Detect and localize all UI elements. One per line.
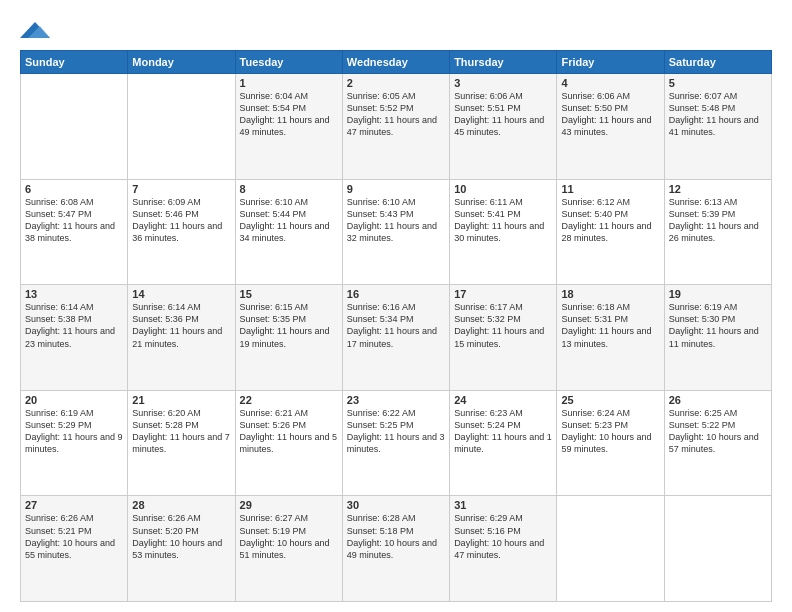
day-number: 2 [347, 77, 445, 89]
calendar-cell: 17Sunrise: 6:17 AM Sunset: 5:32 PM Dayli… [450, 285, 557, 391]
calendar-cell: 23Sunrise: 6:22 AM Sunset: 5:25 PM Dayli… [342, 390, 449, 496]
day-info: Sunrise: 6:19 AM Sunset: 5:30 PM Dayligh… [669, 301, 767, 350]
day-number: 18 [561, 288, 659, 300]
calendar-cell: 20Sunrise: 6:19 AM Sunset: 5:29 PM Dayli… [21, 390, 128, 496]
day-number: 20 [25, 394, 123, 406]
day-info: Sunrise: 6:08 AM Sunset: 5:47 PM Dayligh… [25, 196, 123, 245]
calendar-table: SundayMondayTuesdayWednesdayThursdayFrid… [20, 50, 772, 602]
day-number: 17 [454, 288, 552, 300]
day-info: Sunrise: 6:15 AM Sunset: 5:35 PM Dayligh… [240, 301, 338, 350]
calendar-cell [664, 496, 771, 602]
day-info: Sunrise: 6:06 AM Sunset: 5:50 PM Dayligh… [561, 90, 659, 139]
day-info: Sunrise: 6:11 AM Sunset: 5:41 PM Dayligh… [454, 196, 552, 245]
day-info: Sunrise: 6:23 AM Sunset: 5:24 PM Dayligh… [454, 407, 552, 456]
calendar-cell [21, 74, 128, 180]
calendar-cell: 4Sunrise: 6:06 AM Sunset: 5:50 PM Daylig… [557, 74, 664, 180]
day-number: 1 [240, 77, 338, 89]
logo [20, 18, 54, 42]
calendar-cell: 31Sunrise: 6:29 AM Sunset: 5:16 PM Dayli… [450, 496, 557, 602]
day-info: Sunrise: 6:14 AM Sunset: 5:38 PM Dayligh… [25, 301, 123, 350]
header [20, 18, 772, 42]
day-number: 10 [454, 183, 552, 195]
day-info: Sunrise: 6:19 AM Sunset: 5:29 PM Dayligh… [25, 407, 123, 456]
logo-icon [20, 18, 50, 42]
calendar-cell: 10Sunrise: 6:11 AM Sunset: 5:41 PM Dayli… [450, 179, 557, 285]
day-info: Sunrise: 6:10 AM Sunset: 5:44 PM Dayligh… [240, 196, 338, 245]
calendar-cell: 7Sunrise: 6:09 AM Sunset: 5:46 PM Daylig… [128, 179, 235, 285]
day-info: Sunrise: 6:25 AM Sunset: 5:22 PM Dayligh… [669, 407, 767, 456]
weekday-header-friday: Friday [557, 51, 664, 74]
day-number: 3 [454, 77, 552, 89]
day-info: Sunrise: 6:12 AM Sunset: 5:40 PM Dayligh… [561, 196, 659, 245]
calendar-cell: 30Sunrise: 6:28 AM Sunset: 5:18 PM Dayli… [342, 496, 449, 602]
day-number: 7 [132, 183, 230, 195]
calendar-cell: 18Sunrise: 6:18 AM Sunset: 5:31 PM Dayli… [557, 285, 664, 391]
calendar-cell: 6Sunrise: 6:08 AM Sunset: 5:47 PM Daylig… [21, 179, 128, 285]
day-number: 25 [561, 394, 659, 406]
page: SundayMondayTuesdayWednesdayThursdayFrid… [0, 0, 792, 612]
calendar-cell: 26Sunrise: 6:25 AM Sunset: 5:22 PM Dayli… [664, 390, 771, 496]
calendar-cell: 5Sunrise: 6:07 AM Sunset: 5:48 PM Daylig… [664, 74, 771, 180]
day-number: 15 [240, 288, 338, 300]
day-number: 23 [347, 394, 445, 406]
day-info: Sunrise: 6:04 AM Sunset: 5:54 PM Dayligh… [240, 90, 338, 139]
calendar-cell: 27Sunrise: 6:26 AM Sunset: 5:21 PM Dayli… [21, 496, 128, 602]
weekday-header-tuesday: Tuesday [235, 51, 342, 74]
weekday-header-monday: Monday [128, 51, 235, 74]
day-number: 14 [132, 288, 230, 300]
day-info: Sunrise: 6:21 AM Sunset: 5:26 PM Dayligh… [240, 407, 338, 456]
calendar-cell: 13Sunrise: 6:14 AM Sunset: 5:38 PM Dayli… [21, 285, 128, 391]
day-number: 11 [561, 183, 659, 195]
day-number: 24 [454, 394, 552, 406]
calendar-cell: 12Sunrise: 6:13 AM Sunset: 5:39 PM Dayli… [664, 179, 771, 285]
day-info: Sunrise: 6:05 AM Sunset: 5:52 PM Dayligh… [347, 90, 445, 139]
calendar-cell: 3Sunrise: 6:06 AM Sunset: 5:51 PM Daylig… [450, 74, 557, 180]
day-number: 4 [561, 77, 659, 89]
day-info: Sunrise: 6:18 AM Sunset: 5:31 PM Dayligh… [561, 301, 659, 350]
day-number: 12 [669, 183, 767, 195]
day-info: Sunrise: 6:10 AM Sunset: 5:43 PM Dayligh… [347, 196, 445, 245]
day-number: 27 [25, 499, 123, 511]
day-info: Sunrise: 6:20 AM Sunset: 5:28 PM Dayligh… [132, 407, 230, 456]
calendar-cell: 25Sunrise: 6:24 AM Sunset: 5:23 PM Dayli… [557, 390, 664, 496]
day-info: Sunrise: 6:09 AM Sunset: 5:46 PM Dayligh… [132, 196, 230, 245]
calendar-cell: 8Sunrise: 6:10 AM Sunset: 5:44 PM Daylig… [235, 179, 342, 285]
day-number: 28 [132, 499, 230, 511]
calendar-cell: 14Sunrise: 6:14 AM Sunset: 5:36 PM Dayli… [128, 285, 235, 391]
day-info: Sunrise: 6:22 AM Sunset: 5:25 PM Dayligh… [347, 407, 445, 456]
day-number: 13 [25, 288, 123, 300]
day-number: 22 [240, 394, 338, 406]
day-number: 16 [347, 288, 445, 300]
day-info: Sunrise: 6:16 AM Sunset: 5:34 PM Dayligh… [347, 301, 445, 350]
calendar-cell: 15Sunrise: 6:15 AM Sunset: 5:35 PM Dayli… [235, 285, 342, 391]
calendar-cell: 29Sunrise: 6:27 AM Sunset: 5:19 PM Dayli… [235, 496, 342, 602]
day-number: 26 [669, 394, 767, 406]
day-number: 6 [25, 183, 123, 195]
day-info: Sunrise: 6:17 AM Sunset: 5:32 PM Dayligh… [454, 301, 552, 350]
calendar-cell [557, 496, 664, 602]
day-info: Sunrise: 6:14 AM Sunset: 5:36 PM Dayligh… [132, 301, 230, 350]
day-info: Sunrise: 6:24 AM Sunset: 5:23 PM Dayligh… [561, 407, 659, 456]
calendar-cell: 24Sunrise: 6:23 AM Sunset: 5:24 PM Dayli… [450, 390, 557, 496]
day-info: Sunrise: 6:13 AM Sunset: 5:39 PM Dayligh… [669, 196, 767, 245]
day-number: 8 [240, 183, 338, 195]
day-number: 29 [240, 499, 338, 511]
day-info: Sunrise: 6:26 AM Sunset: 5:20 PM Dayligh… [132, 512, 230, 561]
day-number: 9 [347, 183, 445, 195]
calendar-cell: 28Sunrise: 6:26 AM Sunset: 5:20 PM Dayli… [128, 496, 235, 602]
day-number: 30 [347, 499, 445, 511]
day-number: 19 [669, 288, 767, 300]
day-info: Sunrise: 6:28 AM Sunset: 5:18 PM Dayligh… [347, 512, 445, 561]
calendar-cell: 22Sunrise: 6:21 AM Sunset: 5:26 PM Dayli… [235, 390, 342, 496]
calendar-cell [128, 74, 235, 180]
calendar-cell: 21Sunrise: 6:20 AM Sunset: 5:28 PM Dayli… [128, 390, 235, 496]
day-number: 31 [454, 499, 552, 511]
weekday-header-wednesday: Wednesday [342, 51, 449, 74]
day-number: 5 [669, 77, 767, 89]
calendar-cell: 16Sunrise: 6:16 AM Sunset: 5:34 PM Dayli… [342, 285, 449, 391]
day-info: Sunrise: 6:26 AM Sunset: 5:21 PM Dayligh… [25, 512, 123, 561]
weekday-header-thursday: Thursday [450, 51, 557, 74]
weekday-header-sunday: Sunday [21, 51, 128, 74]
calendar-cell: 2Sunrise: 6:05 AM Sunset: 5:52 PM Daylig… [342, 74, 449, 180]
weekday-header-saturday: Saturday [664, 51, 771, 74]
